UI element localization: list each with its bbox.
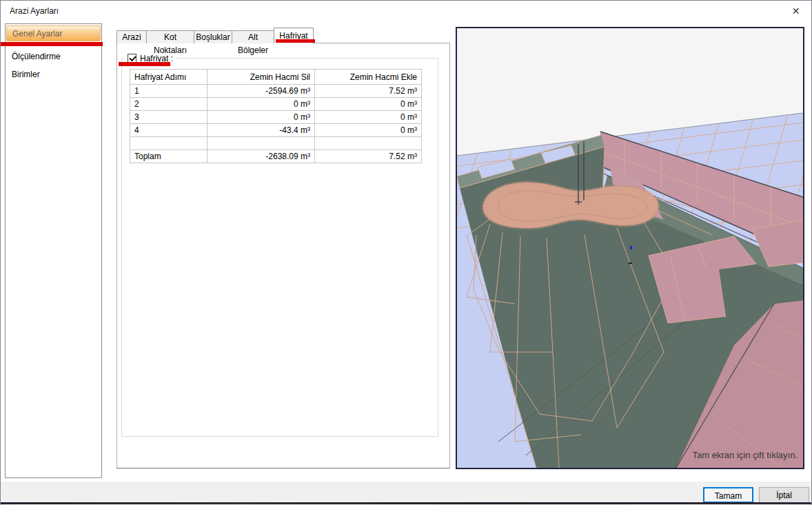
cell-sil: 0 m³ <box>207 98 315 111</box>
cell-total-ekle: 7.52 m³ <box>315 150 422 163</box>
column-header-sil: Zemin Hacmi Sil <box>207 70 315 85</box>
tab-kot-noktalari[interactable]: Kot Noktaları <box>146 30 194 43</box>
sidebar-item-label: Ölçülendirme <box>12 52 61 61</box>
annotation-underline-tab <box>276 39 315 43</box>
cell-sil: 0 m³ <box>207 111 315 124</box>
tab-bosluklar[interactable]: Boşluklar <box>194 30 232 43</box>
tab-alt-bolgeler[interactable]: Alt Bölgeler <box>232 30 274 43</box>
cell-sil: -43.4 m³ <box>207 124 315 137</box>
close-icon[interactable]: ✕ <box>780 1 811 21</box>
checkmark-icon <box>129 54 136 62</box>
table-row: 1 -2594.69 m³ 7.52 m³ <box>130 85 422 98</box>
hafriyat-groupbox: Hafriyat : Hafriyat Adımı Zemin Hacmi Si… <box>121 58 438 437</box>
sidebar-item-olculendirme[interactable]: Ölçülendirme <box>6 48 101 65</box>
cell-ekle: 0 m³ <box>315 111 422 124</box>
table-row-empty <box>130 137 422 150</box>
hafriyat-tab-page: Hafriyat : Hafriyat Adımı Zemin Hacmi Si… <box>116 43 450 468</box>
ok-button[interactable]: Tamam <box>703 487 753 503</box>
column-header-step: Hafriyat Adımı <box>130 70 207 85</box>
cell-step: 1 <box>130 85 207 98</box>
dialog-footer: Tamam İptal <box>1 482 811 505</box>
sidebar-item-birimler[interactable]: Birimler <box>6 65 101 83</box>
cell-ekle: 0 m³ <box>315 98 422 111</box>
cancel-button[interactable]: İptal <box>759 487 809 503</box>
column-header-ekle: Zemin Hacmi Ekle <box>315 70 422 85</box>
cell-total-sil: -2638.09 m³ <box>207 150 315 163</box>
terrain-3d-scene: Tam ekran için çift tıklayın. <box>457 28 803 468</box>
cell-sil: -2594.69 m³ <box>207 85 315 98</box>
table-row: 2 0 m³ 0 m³ <box>130 98 422 111</box>
table-row-total: Toplam -2638.09 m³ 7.52 m³ <box>130 150 422 163</box>
sidebar-item-genel-ayarlar[interactable]: Genel Ayarlar <box>6 25 101 41</box>
cell-ekle: 0 m³ <box>315 124 422 137</box>
cell-total-label: Toplam <box>130 150 207 163</box>
dialog-title: Arazi Ayarları <box>10 6 59 16</box>
cell-step: 2 <box>130 98 207 111</box>
cell-step: 4 <box>130 124 207 137</box>
cell-ekle: 7.52 m³ <box>315 85 422 98</box>
annotation-underline-sidebar <box>1 42 103 46</box>
terrain-3d-preview[interactable]: Tam ekran için çift tıklayın. <box>456 27 804 469</box>
annotation-underline-checkbox <box>119 62 170 66</box>
title-bar: Arazi Ayarları ✕ <box>1 1 811 21</box>
background-app-edge <box>1 502 811 504</box>
hafriyat-table: Hafriyat Adımı Zemin Hacmi Sil Zemin Hac… <box>130 69 422 163</box>
sidebar-item-label: Birimler <box>12 70 40 79</box>
table-row: 4 -43.4 m³ 0 m³ <box>130 124 422 137</box>
preview-caption: Tam ekran için çift tıklayın. <box>693 450 798 460</box>
table-row: 3 0 m³ 0 m³ <box>130 111 422 124</box>
table-header-row: Hafriyat Adımı Zemin Hacmi Sil Zemin Hac… <box>130 70 422 85</box>
terrain-settings-dialog: Arazi Ayarları ✕ Genel Ayarlar Ölçülendi… <box>0 0 812 505</box>
cell-sil <box>207 137 315 150</box>
settings-category-list: Genel Ayarlar Ölçülendirme Birimler <box>5 23 102 478</box>
sidebar-item-label: Genel Ayarlar <box>12 29 63 39</box>
cell-step: 3 <box>130 111 207 124</box>
cell-ekle <box>315 137 422 150</box>
tab-arazi[interactable]: Arazi <box>116 30 147 43</box>
cell-step <box>130 137 207 150</box>
